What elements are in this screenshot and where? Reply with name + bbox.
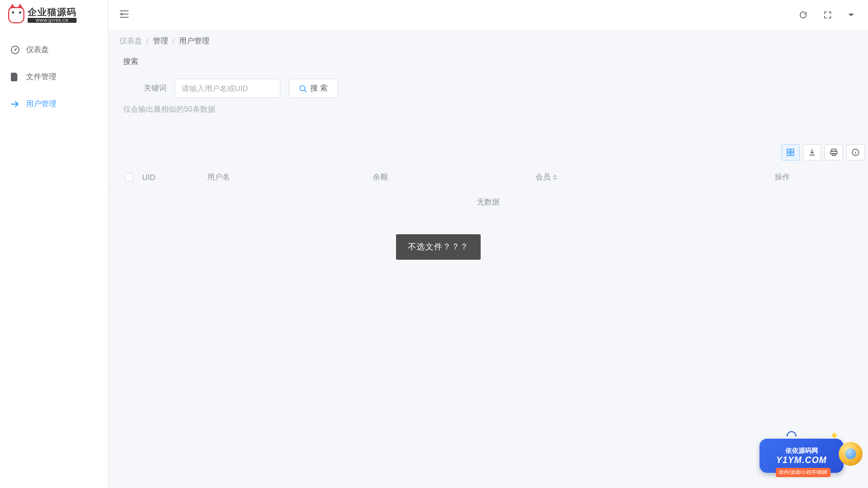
watermark-orb-icon bbox=[839, 442, 863, 466]
topbar bbox=[108, 0, 868, 30]
select-all-cell bbox=[115, 173, 142, 181]
download-icon bbox=[808, 149, 816, 156]
search-title: 搜索 bbox=[115, 53, 861, 69]
caret-down-icon[interactable] bbox=[848, 13, 854, 17]
col-uid[interactable]: UID bbox=[142, 173, 207, 182]
share-icon bbox=[11, 100, 20, 108]
file-icon bbox=[11, 73, 20, 81]
dark-tooltip: 不选文件？？？ bbox=[396, 234, 481, 260]
table-tools bbox=[110, 144, 867, 165]
info-button[interactable] bbox=[846, 144, 865, 160]
svg-rect-6 bbox=[791, 153, 794, 156]
col-username[interactable]: 用户名 bbox=[207, 172, 373, 182]
card-view-button[interactable] bbox=[781, 144, 800, 160]
search-button[interactable]: 搜 索 bbox=[289, 79, 338, 98]
sidebar-item-label: 仪表盘 bbox=[26, 45, 49, 55]
breadcrumb-current: 用户管理 bbox=[179, 36, 209, 46]
keyword-input[interactable] bbox=[175, 79, 280, 98]
search-row: 关键词 搜 索 bbox=[115, 69, 861, 102]
sidebar-collapse-button[interactable] bbox=[119, 10, 129, 20]
select-all-checkbox[interactable] bbox=[125, 173, 133, 181]
refresh-icon[interactable] bbox=[799, 11, 807, 19]
brand-text: 企业猫源码 WWW.QIYE8.CN bbox=[28, 8, 76, 23]
sidebar-item-dashboard[interactable]: 仪表盘 bbox=[0, 36, 108, 63]
decor-arc bbox=[787, 431, 796, 436]
search-icon bbox=[299, 85, 307, 93]
table-empty-text: 无数据 bbox=[110, 190, 867, 217]
table-header: UID 用户名 余额 会员 操作 bbox=[110, 165, 867, 190]
watermark-tag: 软件/游戏/小程序/棋牌 bbox=[776, 468, 831, 477]
col-balance[interactable]: 余额 bbox=[373, 172, 535, 182]
watermark-badge: 依依源码网 Y1YM.COM 软件/游戏/小程序/棋牌 bbox=[754, 431, 863, 477]
cat-logo-icon bbox=[8, 7, 24, 23]
svg-rect-9 bbox=[832, 153, 835, 156]
col-member[interactable]: 会员 bbox=[535, 172, 736, 182]
breadcrumb-root[interactable]: 仪表盘 bbox=[119, 36, 142, 46]
brand-sub: WWW.QIYE8.CN bbox=[28, 18, 76, 23]
decor-diamond bbox=[831, 432, 837, 438]
watermark-title: 依依源码网 bbox=[786, 446, 818, 455]
col-member-label: 会员 bbox=[535, 172, 551, 182]
download-button[interactable] bbox=[803, 144, 821, 160]
svg-rect-5 bbox=[787, 153, 790, 156]
card-view-icon bbox=[787, 149, 794, 156]
brand-logo[interactable]: 企业猫源码 WWW.QIYE8.CN bbox=[0, 0, 108, 30]
svg-rect-3 bbox=[787, 149, 790, 152]
breadcrumb: 仪表盘 / 管理 / 用户管理 bbox=[108, 30, 868, 53]
search-button-label: 搜 索 bbox=[310, 84, 328, 93]
nav-list: 仪表盘 文件管理 用户管理 bbox=[0, 30, 108, 118]
fullscreen-icon[interactable] bbox=[824, 11, 832, 19]
breadcrumb-sep: / bbox=[173, 37, 175, 46]
sidebar-item-label: 用户管理 bbox=[26, 99, 56, 109]
sidebar-item-files[interactable]: 文件管理 bbox=[0, 63, 108, 91]
svg-rect-4 bbox=[791, 149, 794, 152]
svg-point-2 bbox=[300, 85, 305, 90]
watermark-domain: Y1YM.COM bbox=[776, 455, 827, 465]
print-icon bbox=[830, 149, 838, 156]
info-icon bbox=[852, 149, 859, 156]
search-hint: 仅会输出最相似的50条数据 bbox=[115, 102, 861, 114]
col-ops: 操作 bbox=[775, 172, 861, 182]
main-content: 仪表盘 / 管理 / 用户管理 搜索 关键词 搜 索 仅会输出最相似的50条数据 bbox=[108, 30, 868, 488]
sidebar: 企业猫源码 WWW.QIYE8.CN 仪表盘 文件管理 用户管理 bbox=[0, 0, 108, 488]
breadcrumb-item[interactable]: 管理 bbox=[153, 36, 168, 46]
dashboard-icon bbox=[11, 46, 20, 54]
sidebar-item-users[interactable]: 用户管理 bbox=[0, 91, 108, 118]
sort-icon bbox=[553, 175, 557, 180]
print-button[interactable] bbox=[825, 144, 843, 160]
keyword-label: 关键词 bbox=[123, 84, 167, 93]
search-panel: 搜索 关键词 搜 索 仅会输出最相似的50条数据 bbox=[115, 53, 861, 114]
breadcrumb-sep: / bbox=[146, 37, 149, 46]
sidebar-item-label: 文件管理 bbox=[26, 72, 56, 82]
table-area: UID 用户名 余额 会员 操作 无数据 bbox=[108, 144, 868, 217]
brand-name: 企业猫源码 bbox=[28, 8, 76, 17]
svg-point-1 bbox=[15, 49, 16, 51]
